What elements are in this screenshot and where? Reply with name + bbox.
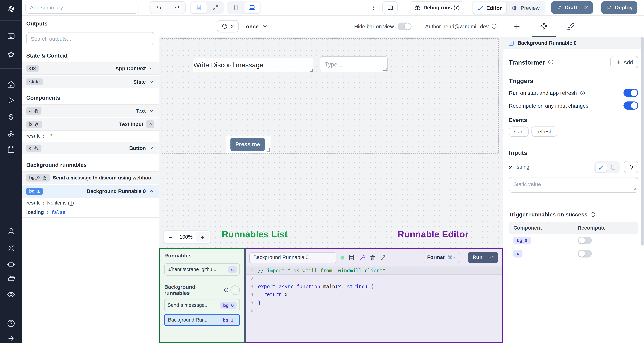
docs-book-button[interactable]	[382, 1, 398, 14]
add-transformer-button[interactable]: Add	[610, 56, 638, 68]
runs-play-icon[interactable]	[7, 96, 15, 104]
code-line[interactable]: 1// import * as wmill from "windmill-cli…	[246, 266, 502, 274]
function-icon	[508, 40, 514, 46]
run-button[interactable]: Run ⌘⏎	[468, 252, 498, 263]
tab-theme-brush-icon[interactable]	[567, 22, 574, 30]
chevron-up-icon[interactable]	[149, 188, 154, 194]
textarea-resize-grip[interactable]	[633, 187, 637, 191]
state-context-title: State & Context	[26, 52, 155, 59]
resize-handle[interactable]	[383, 68, 386, 71]
runnable-name-input[interactable]	[249, 252, 336, 263]
scrollbar-thumb[interactable]	[641, 37, 644, 246]
draft-button[interactable]: Draft⌘S	[551, 1, 593, 14]
code-line[interactable]: 2	[246, 274, 502, 283]
press-me-button[interactable]: Press me	[230, 138, 265, 151]
code-line[interactable]: 6	[246, 307, 502, 315]
recompute-toggle-c[interactable]	[578, 250, 592, 258]
search-outputs-input[interactable]	[26, 32, 154, 45]
tab-insert-plus-icon[interactable]	[513, 22, 521, 30]
output-row-state[interactable]: state State	[22, 76, 159, 88]
static-value-textarea[interactable]	[509, 177, 638, 192]
home-icon[interactable]	[7, 80, 15, 88]
cache-database-icon[interactable]	[348, 254, 355, 261]
favorites-star-icon[interactable]	[7, 50, 15, 59]
resources-cubes-icon[interactable]	[6, 130, 16, 138]
chevron-down-icon[interactable]	[149, 145, 154, 151]
output-row-bg0[interactable]: bg_0 Send a message to discord using web…	[22, 171, 159, 184]
undo-button[interactable]	[150, 2, 168, 14]
runnable-item-bg0[interactable]: Send a message... bg_0	[164, 299, 240, 312]
code-line[interactable]: 4 return x	[246, 290, 502, 298]
redo-button[interactable]	[168, 2, 185, 14]
collapse-arrow-icon[interactable]	[8, 335, 15, 342]
code-lines[interactable]: 1// import * as wmill from "windmill-cli…	[246, 266, 502, 342]
save-icon	[606, 5, 612, 10]
info-icon[interactable]	[590, 212, 596, 217]
info-icon[interactable]	[580, 90, 585, 96]
folders-icon[interactable]	[7, 274, 15, 283]
format-button[interactable]: Format ⌘S	[422, 252, 460, 263]
runnable-item-bg1-selected[interactable]: Background Run... bg_1	[164, 314, 240, 326]
debug-runs-button[interactable]: Debug runs (7)	[410, 1, 464, 14]
output-row-a[interactable]: a Text	[22, 104, 159, 117]
runnables-title: Runnables	[164, 252, 240, 259]
windmill-logo-icon[interactable]	[6, 4, 16, 14]
more-options-kebab-icon[interactable]	[370, 3, 377, 13]
settings-gear-icon[interactable]	[7, 244, 15, 252]
delete-trash-icon[interactable]	[370, 254, 376, 260]
runnable-item-script[interactable]: u/henri/scrape_githu... c	[164, 263, 240, 276]
output-row-ctx[interactable]: ctx App Context	[22, 62, 159, 75]
info-icon[interactable]	[548, 59, 554, 65]
zoom-out-button[interactable]: −	[164, 231, 177, 243]
output-row-bg1-selected[interactable]: bg_1 Background Runnable 0	[22, 185, 159, 198]
resize-handle[interactable]	[266, 148, 270, 152]
expr-mode-function-icon[interactable]	[608, 162, 618, 172]
align-center-button[interactable]	[191, 2, 206, 13]
connect-plug-icon[interactable]	[624, 161, 638, 173]
active-tab-underline	[532, 36, 556, 37]
recompute-toggle[interactable]	[624, 102, 638, 110]
app-summary-input[interactable]	[26, 2, 138, 14]
run-on-start-toggle[interactable]	[624, 89, 638, 97]
audit-eye-icon[interactable]	[7, 290, 15, 299]
app-canvas[interactable]: Write Discord message: Press me − 100% +…	[159, 37, 503, 248]
recompute-toggle-bg0[interactable]	[578, 236, 592, 244]
chevron-up-icon[interactable]	[146, 120, 154, 128]
schedule-dropdown[interactable]: once	[246, 23, 268, 29]
canvas-grid-container[interactable]: Write Discord message: Press me	[161, 38, 499, 154]
tab-settings-diamonds-icon[interactable]	[540, 22, 548, 30]
apps-icon[interactable]	[7, 32, 15, 40]
hide-bar-toggle[interactable]	[398, 22, 412, 30]
deploy-button[interactable]: Deploy	[601, 1, 638, 14]
ai-wand-icon[interactable]	[359, 254, 366, 261]
mobile-view-button[interactable]	[228, 2, 244, 13]
chevron-down-icon[interactable]	[149, 66, 154, 71]
event-chip-refresh[interactable]: refresh	[532, 126, 558, 137]
variables-dollar-icon[interactable]	[7, 113, 15, 121]
text-component[interactable]: Write Discord message:	[192, 58, 313, 72]
code-line[interactable]: 5}	[246, 298, 502, 307]
tab-preview[interactable]: Preview	[507, 2, 544, 14]
chevron-down-icon[interactable]	[149, 108, 154, 114]
expand-editor-icon[interactable]	[380, 254, 386, 260]
resize-handle[interactable]	[310, 68, 313, 72]
event-chip-start[interactable]: start	[509, 126, 529, 137]
chevron-down-icon[interactable]	[149, 79, 154, 85]
add-runnable-button[interactable]	[230, 285, 240, 294]
debug-runs-label: Debug runs (7)	[424, 5, 460, 10]
zoom-in-button[interactable]: +	[196, 232, 209, 242]
desktop-view-button[interactable]	[244, 2, 260, 13]
text-input-component[interactable]	[320, 56, 388, 72]
tab-editor[interactable]: Editor	[473, 2, 506, 14]
schedules-calendar-icon[interactable]	[7, 145, 15, 154]
fullscreen-button[interactable]	[207, 2, 223, 13]
output-row-b[interactable]: b Text Input	[22, 118, 159, 130]
help-question-icon[interactable]	[7, 319, 15, 328]
code-line[interactable]: 3export async function main(x: string) {	[246, 283, 502, 291]
b-result-row: result: ""	[22, 132, 159, 141]
refresh-count-button[interactable]: 2	[217, 20, 239, 32]
users-person-icon[interactable]	[7, 227, 15, 235]
static-mode-pencil-icon[interactable]	[596, 162, 606, 172]
output-row-c[interactable]: c Button	[22, 142, 159, 154]
workers-robot-icon[interactable]	[7, 260, 15, 268]
